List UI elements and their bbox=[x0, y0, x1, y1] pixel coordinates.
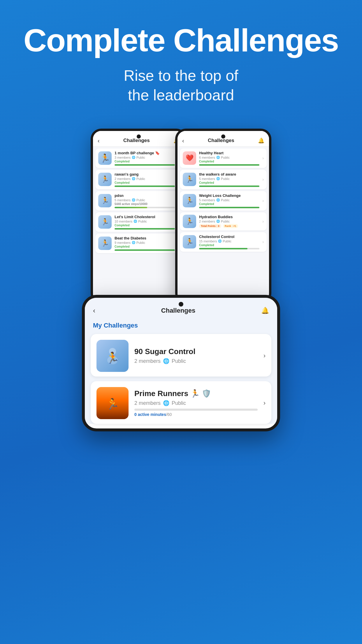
globe-icon: 🌐 bbox=[132, 177, 135, 180]
visibility: Public bbox=[136, 198, 145, 202]
globe-icon: 🌐 bbox=[216, 198, 220, 202]
members-count: 9 members bbox=[115, 241, 131, 244]
challenge-name: Let's Limit Cholesterol bbox=[115, 215, 175, 219]
arrow-icon-bottom-2: › bbox=[263, 399, 266, 407]
challenge-item[interactable]: 🏃 rawan's gang 2 members 🌐 Public Comple… bbox=[95, 170, 182, 189]
points-badge: Total Points : 0 bbox=[199, 224, 221, 228]
globe-icon: 🌐 bbox=[132, 156, 135, 159]
globe-icon: 🌐 bbox=[218, 239, 222, 243]
challenges-title-right: Challenges bbox=[208, 138, 234, 144]
progress-bar bbox=[199, 164, 259, 166]
phone-left-wrapper: ‹ Challenges 🔔 🏃 1 month BP challenge 🔖 … bbox=[91, 129, 187, 304]
back-icon-bottom[interactable]: ‹ bbox=[93, 307, 95, 315]
challenge-meta: 15 members 🌐 Public bbox=[199, 239, 259, 243]
challenge-status: Completed bbox=[115, 181, 175, 184]
challenge-status: Completed bbox=[115, 160, 175, 163]
challenge-thumb-runners: 🏃 bbox=[96, 387, 129, 419]
challenge-meta: 5 members 🌐 Public bbox=[115, 198, 175, 202]
globe-icon: 🌐 bbox=[216, 156, 220, 159]
visibility: Public bbox=[172, 400, 186, 406]
svg-text:🏃: 🏃 bbox=[106, 398, 119, 410]
challenge-meta: 6 members 🌐 Public bbox=[199, 156, 259, 159]
challenge-meta: 5 members 🌐 Public bbox=[199, 198, 259, 202]
members-count: 5 members bbox=[199, 177, 215, 181]
bell-icon-right[interactable]: 🔔 bbox=[258, 137, 264, 144]
challenge-thumb: 🏃 bbox=[98, 194, 112, 207]
progress-bar bbox=[115, 207, 175, 208]
my-challenges-label: My Challenges bbox=[85, 319, 277, 334]
big-challenge-card-2[interactable]: 🏃 Prime Runners 🏃 🛡️ 2 members 🌐 Public … bbox=[91, 381, 271, 424]
progress-bar bbox=[199, 248, 259, 249]
challenge-item[interactable]: 🏃 pdsn 5 members 🌐 Public 5440 active st… bbox=[95, 191, 182, 211]
progress-bar-bottom bbox=[134, 409, 258, 411]
svg-text:🏃: 🏃 bbox=[106, 351, 120, 365]
big-challenge-card[interactable]: 🏃 90 Sugar Control 2 members 🌐 Public › bbox=[91, 334, 271, 377]
phone-bottom-notch bbox=[179, 302, 183, 307]
members-count: 10 members bbox=[115, 220, 132, 223]
challenge-name: the walkers of aware bbox=[199, 172, 259, 176]
challenge-item[interactable]: 🏃 Weight Loss Challenge 5 members 🌐 Publ… bbox=[180, 191, 267, 211]
challenge-status: 5440 active steps/10000 bbox=[115, 202, 175, 206]
challenge-meta: 10 members 🌐 Public bbox=[115, 220, 175, 223]
bell-icon-bottom[interactable]: 🔔 bbox=[261, 307, 269, 314]
challenge-name: pdsn bbox=[115, 193, 175, 198]
phone-left: ‹ Challenges 🔔 🏃 1 month BP challenge 🔖 … bbox=[91, 129, 187, 304]
progress-bar bbox=[199, 207, 259, 208]
back-icon[interactable]: ‹ bbox=[182, 137, 184, 144]
challenge-name: Weight Loss Challenge bbox=[199, 193, 259, 198]
challenge-meta: 3 members 🌐 Public bbox=[115, 156, 175, 159]
phone-bottom: ‹ Challenges 🔔 My Challenges 🏃 90 Sugar … bbox=[82, 295, 280, 431]
arrow-icon-bottom-1: › bbox=[263, 352, 266, 360]
visibility: Public bbox=[221, 156, 230, 159]
challenge-name: Beat the Diabetes bbox=[115, 236, 175, 240]
challenge-name: Cholesterol Control bbox=[199, 235, 259, 239]
challenge-thumb: 🏃 bbox=[183, 173, 196, 186]
phone-right-notch bbox=[221, 134, 225, 139]
hero-title: Complete Challenges bbox=[17, 23, 345, 57]
challenge-name: Healthy Heart bbox=[199, 151, 259, 155]
challenges-title-left: Challenges bbox=[123, 138, 150, 144]
challenge-thumb: 🏃 bbox=[98, 237, 112, 250]
challenge-meta: 2 members 🌐 Public bbox=[199, 220, 259, 223]
challenge-name: rawan's gang bbox=[115, 172, 175, 176]
phone-right-header: ‹ Challenges 🔔 bbox=[178, 131, 269, 147]
visibility: Public bbox=[221, 198, 230, 202]
challenge-meta: 2 members 🌐 Public bbox=[115, 177, 175, 181]
challenge-name-bottom-1: 90 Sugar Control bbox=[134, 347, 258, 356]
challenge-thumb: 🏃 bbox=[183, 194, 196, 207]
challenge-item[interactable]: 🏃 the walkers of aware 5 members 🌐 Publi… bbox=[180, 170, 267, 189]
visibility: Public bbox=[136, 177, 145, 181]
challenge-status: Completed bbox=[199, 181, 259, 184]
badge-row: Total Points : 0 Rank : #1 bbox=[199, 224, 259, 228]
visibility: Public bbox=[138, 220, 147, 223]
progress-bar bbox=[115, 249, 175, 251]
arrow-icon: › bbox=[262, 156, 264, 160]
challenge-meta: 5 members 🌐 Public bbox=[199, 177, 259, 181]
challenge-item[interactable]: 🏃 Hydration Buddies 2 members 🌐 Public T… bbox=[180, 212, 267, 230]
visibility: Public bbox=[223, 239, 231, 243]
visibility: Public bbox=[136, 241, 145, 244]
progress-bar bbox=[115, 186, 175, 187]
back-icon[interactable]: ‹ bbox=[98, 137, 100, 144]
challenge-item[interactable]: 🏃 Beat the Diabetes 9 members 🌐 Public C… bbox=[95, 234, 182, 253]
globe-icon: 🌐 bbox=[216, 177, 220, 180]
challenge-item[interactable]: 🏃 Let's Limit Cholesterol 10 members 🌐 P… bbox=[95, 212, 182, 232]
challenge-thumb: 🏃 bbox=[183, 235, 196, 249]
challenge-thumb: 🏃 bbox=[98, 151, 112, 165]
phone-right-wrapper: ‹ Challenges 🔔 ❤️ Healthy Heart 6 member… bbox=[175, 129, 271, 304]
phone-bottom-wrapper: ‹ Challenges 🔔 My Challenges 🏃 90 Sugar … bbox=[0, 295, 362, 431]
globe-icon: 🌐 bbox=[133, 220, 137, 223]
challenge-item[interactable]: 🏃 Cholesterol Control 15 members 🌐 Publi… bbox=[180, 232, 267, 252]
challenge-meta-bottom-2: 2 members 🌐 Public bbox=[134, 400, 258, 406]
challenge-item[interactable]: ❤️ Healthy Heart 6 members 🌐 Public Comp… bbox=[180, 148, 267, 168]
phone-right-screen: ‹ Challenges 🔔 ❤️ Healthy Heart 6 member… bbox=[178, 131, 269, 301]
rank-badge: Rank : #1 bbox=[223, 224, 238, 228]
active-minutes: 0 active minutes bbox=[134, 412, 166, 417]
challenge-item[interactable]: 🏃 1 month BP challenge 🔖 3 members 🌐 Pub… bbox=[95, 148, 182, 168]
progress-bar bbox=[199, 186, 259, 187]
hero-subtitle: Rise to the top ofthe leaderboard bbox=[17, 66, 345, 105]
challenge-name: 1 month BP challenge 🔖 bbox=[115, 151, 175, 155]
members-count: 5 members bbox=[115, 198, 131, 202]
challenge-status: Completed bbox=[115, 224, 175, 227]
globe-icon: 🌐 bbox=[216, 220, 220, 223]
